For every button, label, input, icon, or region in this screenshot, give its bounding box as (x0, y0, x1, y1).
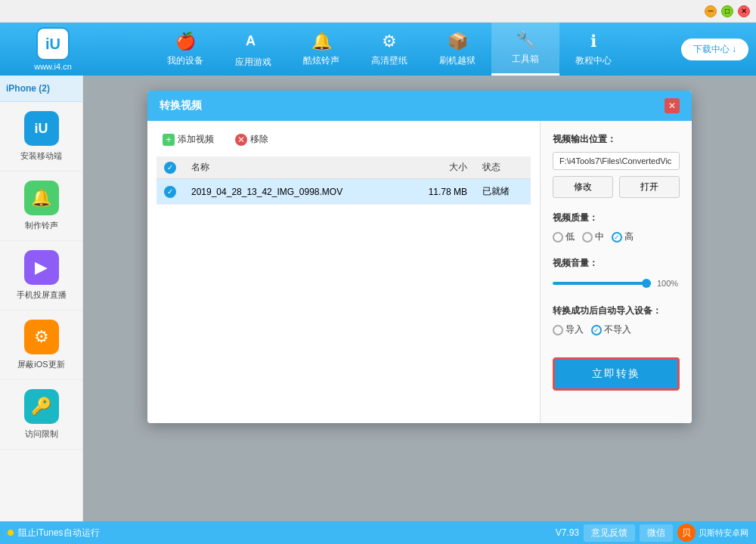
wechat-button[interactable]: 微信 (640, 524, 673, 542)
nav-jailbreak-label: 刷机越狱 (439, 54, 476, 67)
quality-mid-radio[interactable] (582, 232, 593, 243)
quality-section: 视频质量： 低 中 (553, 212, 680, 243)
nav-apps[interactable]: A 应用游戏 (219, 23, 287, 76)
modal-header: 转换视频 ✕ (147, 91, 692, 121)
volume-track (553, 282, 651, 285)
install-label: 安装移动端 (20, 150, 62, 162)
status-bar: 阻止iTunes自动运行 V7.93 意见反馈 微信 贝 贝斯特安卓网 (0, 521, 756, 544)
row-size: 11.78 MB (404, 179, 475, 205)
version-text: V7.93 (556, 527, 579, 538)
auto-import-label: 转换成功后自动导入设备： (553, 304, 680, 317)
import-yes[interactable]: 导入 (553, 323, 584, 336)
apps-icon: A (244, 30, 262, 53)
sidebar-item-screen[interactable]: ▶ 手机投屏直播 (0, 241, 82, 311)
nav-ringtones[interactable]: 🔔 酷炫铃声 (287, 23, 355, 76)
import-no-check: ✓ (591, 325, 602, 335)
nav-my-device-label: 我的设备 (167, 54, 203, 67)
maximize-button[interactable]: □ (721, 5, 733, 17)
block-update-label: 屏蔽iOS更新 (17, 359, 64, 370)
screen-icon: ▶ (24, 250, 59, 285)
top-nav: iU www.i4.cn 🍎 我的设备 A 应用游戏 🔔 酷炫铃声 ⚙ 高清壁纸… (0, 23, 756, 76)
access-icon: 🔑 (24, 389, 59, 424)
device-tab[interactable]: iPhone (2) (0, 76, 82, 102)
row-status: 已就绪 (475, 179, 531, 205)
logo-area: iU www.i4.cn (8, 27, 98, 71)
jailbreak-icon: 📦 (448, 32, 468, 51)
modal-close-button[interactable]: ✕ (665, 98, 680, 113)
sidebar-item-access[interactable]: 🔑 访问限制 (0, 380, 82, 450)
add-video-button[interactable]: + 添加视频 (156, 130, 220, 149)
nav-wallpaper[interactable]: ⚙ 高清壁纸 (355, 23, 423, 76)
access-label: 访问限制 (25, 428, 58, 440)
nav-tutorials[interactable]: ℹ 教程中心 (559, 23, 627, 76)
content-area: 转换视频 ✕ + 添加视频 (83, 76, 756, 521)
open-button[interactable]: 打开 (619, 176, 680, 198)
modal-overlay: 转换视频 ✕ + 添加视频 (83, 76, 756, 521)
modal-toolbar: + 添加视频 ✕ 移除 (156, 130, 531, 149)
name-header: 名称 (184, 156, 404, 179)
title-bar: ─ □ ✕ (0, 0, 756, 23)
quality-radio-group: 低 中 ✓ 高 (553, 230, 680, 243)
row-check-icon: ✓ (164, 186, 176, 198)
quality-mid[interactable]: 中 (582, 230, 604, 243)
modal-title: 转换视频 (160, 99, 202, 113)
app-logo: iU (36, 27, 70, 60)
toolbox-icon: 🔧 (516, 30, 536, 50)
nav-items: 🍎 我的设备 A 应用游戏 🔔 酷炫铃声 ⚙ 高清壁纸 📦 刷机越狱 🔧 工具箱 (98, 23, 681, 76)
output-path: F:\i4Tools7\Files\ConvertedVic (553, 152, 680, 170)
modal-body: + 添加视频 ✕ 移除 (147, 121, 692, 423)
download-center-button[interactable]: 下载中心 ↓ (681, 39, 748, 60)
remove-button[interactable]: ✕ 移除 (229, 130, 274, 149)
screen-label: 手机投屏直播 (17, 289, 67, 301)
convert-button[interactable]: 立即转换 (553, 357, 680, 391)
import-yes-radio[interactable] (553, 325, 563, 335)
quality-low[interactable]: 低 (553, 230, 575, 243)
modal-left-panel: + 添加视频 ✕ 移除 (147, 121, 541, 423)
close-button[interactable]: ✕ (738, 5, 750, 17)
check-all-icon[interactable]: ✓ (164, 162, 176, 174)
nav-jailbreak[interactable]: 📦 刷机越狱 (423, 23, 491, 76)
check-header: ✓ (156, 156, 184, 179)
minimize-button[interactable]: ─ (705, 5, 717, 17)
row-check: ✓ (156, 179, 184, 205)
sidebar-item-block-update[interactable]: ⚙ 屏蔽iOS更新 (0, 311, 82, 380)
svg-text:A: A (246, 33, 256, 48)
nav-tutorials-label: 教程中心 (575, 54, 612, 67)
my-device-icon: 🍎 (175, 32, 196, 51)
feedback-button[interactable]: 意见反馈 (584, 524, 635, 542)
nav-my-device[interactable]: 🍎 我的设备 (151, 23, 219, 76)
convert-video-modal: 转换视频 ✕ + 添加视频 (147, 91, 692, 423)
block-update-icon: ⚙ (24, 320, 59, 354)
row-name: 2019_04_28_13_42_IMG_0998.MOV (184, 179, 404, 205)
remove-icon: ✕ (235, 134, 247, 146)
sidebar-item-ringtone[interactable]: 🔔 制作铃声 (0, 172, 82, 241)
nav-toolbox[interactable]: 🔧 工具箱 (491, 23, 559, 76)
nav-ringtones-label: 酷炫铃声 (303, 54, 339, 67)
size-header: 大小 (404, 156, 475, 179)
volume-thumb[interactable] (642, 279, 651, 288)
volume-pct: 100% (657, 279, 678, 288)
nav-toolbox-label: 工具箱 (512, 53, 539, 66)
beisi-text: 贝斯特安卓网 (699, 527, 748, 539)
ringtone-icon: 🔔 (24, 181, 59, 215)
output-btn-row: 修改 打开 (553, 176, 680, 198)
quality-high[interactable]: ✓ 高 (612, 230, 634, 243)
modify-button[interactable]: 修改 (553, 176, 613, 198)
quality-low-radio[interactable] (553, 232, 563, 243)
import-no[interactable]: ✓ 不导入 (591, 323, 631, 336)
quality-label: 视频质量： (553, 212, 680, 224)
status-left: 阻止iTunes自动运行 (8, 527, 100, 539)
auto-import-section: 转换成功后自动导入设备： 导入 ✓ 不导入 (553, 304, 680, 336)
volume-section: 视频音量： 100% (553, 257, 680, 291)
ringtones-icon: 🔔 (311, 32, 332, 51)
sidebar-item-install[interactable]: iU 安装移动端 (0, 102, 82, 172)
main-area: iPhone (2) iU 安装移动端 🔔 制作铃声 ▶ 手机投屏直播 ⚙ 屏蔽… (0, 76, 756, 521)
wallpaper-icon: ⚙ (382, 32, 397, 51)
auto-import-radio-group: 导入 ✓ 不导入 (553, 323, 680, 336)
table-row[interactable]: ✓ 2019_04_28_13_42_IMG_0998.MOV 11.78 MB… (156, 179, 531, 205)
beisi-icon: 贝 (677, 524, 696, 542)
status-right: V7.93 意见反馈 微信 贝 贝斯特安卓网 (556, 524, 748, 542)
volume-fill (553, 282, 651, 285)
install-icon: iU (24, 111, 59, 146)
output-section: 视频输出位置： F:\i4Tools7\Files\ConvertedVic 修… (553, 133, 680, 198)
